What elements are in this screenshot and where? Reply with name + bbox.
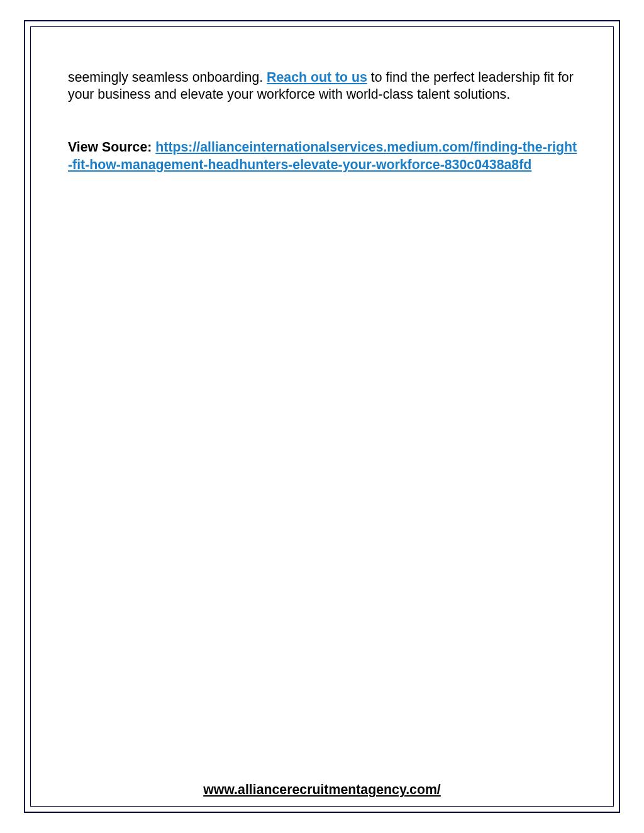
reach-out-link[interactable]: Reach out to us bbox=[267, 70, 367, 85]
view-source-label: View Source: bbox=[68, 140, 155, 155]
document-content: seemingly seamless onboarding. Reach out… bbox=[68, 69, 577, 174]
paragraph-source: View Source: https://allianceinternation… bbox=[68, 139, 577, 174]
para1-text-before: seemingly seamless onboarding. bbox=[68, 70, 267, 85]
paragraph-onboarding: seemingly seamless onboarding. Reach out… bbox=[68, 69, 577, 102]
page-footer: www.alliancerecruitmentagency.com/ bbox=[0, 782, 644, 798]
footer-link[interactable]: www.alliancerecruitmentagency.com/ bbox=[203, 782, 441, 797]
